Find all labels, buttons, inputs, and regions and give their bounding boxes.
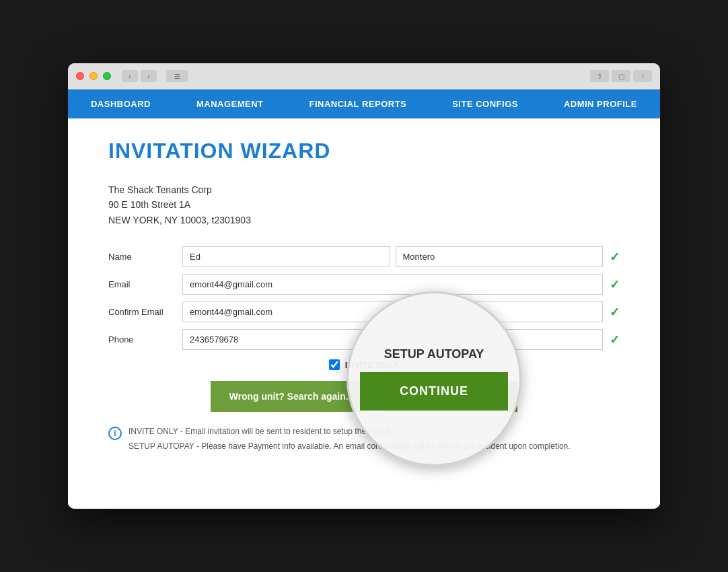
magnify-overlay: SETUP AUTOPAY CONTINUE xyxy=(347,291,521,466)
confirm-email-row: Confirm Email ✓ xyxy=(108,301,620,322)
fullscreen-button[interactable]: ⁝ xyxy=(633,70,652,82)
name-row: Name ✓ xyxy=(108,246,620,267)
invite-only-checkbox[interactable] xyxy=(329,359,340,370)
phone-check-icon: ✓ xyxy=(610,332,620,347)
name-inputs xyxy=(182,246,603,267)
browser-content: DASHBOARD MANAGEMENT FINANCIAL REPORTS S… xyxy=(68,90,660,509)
browser-nav-buttons: ‹ › xyxy=(122,70,157,82)
last-name-input[interactable] xyxy=(396,246,604,267)
traffic-light-yellow[interactable] xyxy=(89,72,98,80)
phone-label: Phone xyxy=(108,334,182,345)
page-title: INVITATION WIZARD xyxy=(108,139,620,164)
company-info: The Shack Tenants Corp 90 E 10th Street … xyxy=(108,182,620,227)
confirm-email-label: Confirm Email xyxy=(108,307,182,317)
sidebar-toggle[interactable]: ☰ xyxy=(166,70,188,82)
magnify-continue-button[interactable]: CONTINUE xyxy=(360,372,508,410)
traffic-light-red[interactable] xyxy=(76,72,84,80)
duplicate-button[interactable]: ▢ xyxy=(612,70,630,82)
name-check-icon: ✓ xyxy=(610,250,620,264)
nav-item-site-configs[interactable]: SITE CONFIGS xyxy=(439,90,532,118)
info-icon: i xyxy=(108,427,122,440)
first-name-input[interactable] xyxy=(182,246,390,267)
company-address1: 90 E 10th Street 1A xyxy=(108,197,620,212)
browser-titlebar: ‹ › ☰ ⇧ ▢ ⁝ xyxy=(68,63,660,90)
browser-window: ‹ › ☰ ⇧ ▢ ⁝ DASHBOARD MANAGEMENT FINANCI… xyxy=(68,63,660,509)
name-label: Name xyxy=(108,252,182,262)
nav-item-admin-profile[interactable]: ADMIN PROFILE xyxy=(550,90,651,118)
email-row: Email ✓ xyxy=(108,274,620,295)
email-check-icon: ✓ xyxy=(610,277,620,292)
share-button[interactable]: ⇧ xyxy=(590,70,609,82)
confirm-email-check-icon: ✓ xyxy=(610,305,620,320)
traffic-light-green[interactable] xyxy=(103,72,111,80)
buttons-row: Wrong unit? Search again... CONTINUE SET… xyxy=(108,381,620,412)
email-input[interactable] xyxy=(182,274,603,295)
forward-button[interactable]: › xyxy=(141,70,157,82)
email-label: Email xyxy=(108,279,182,289)
nav-item-management[interactable]: MANAGEMENT xyxy=(183,90,277,118)
main-content: INVITATION WIZARD The Shack Tenants Corp… xyxy=(68,118,660,509)
top-navigation: DASHBOARD MANAGEMENT FINANCIAL REPORTS S… xyxy=(68,90,660,118)
magnify-content: SETUP AUTOPAY CONTINUE xyxy=(347,334,521,424)
company-name: The Shack Tenants Corp xyxy=(108,182,620,197)
nav-item-dashboard[interactable]: DASHBOARD xyxy=(77,90,164,118)
nav-item-financial-reports[interactable]: FINANCIAL REPORTS xyxy=(295,90,420,118)
window-buttons: ⇧ ▢ ⁝ xyxy=(590,70,652,82)
company-address2: NEW YORK, NY 10003, t2301903 xyxy=(108,213,620,227)
setup-autopay-text: SETUP AUTOPAY xyxy=(360,347,508,361)
email-inputs xyxy=(182,274,603,295)
setup-autopay-info: SETUP AUTOPAY - Please have Payment info… xyxy=(129,440,571,452)
back-button[interactable]: ‹ xyxy=(122,70,138,82)
